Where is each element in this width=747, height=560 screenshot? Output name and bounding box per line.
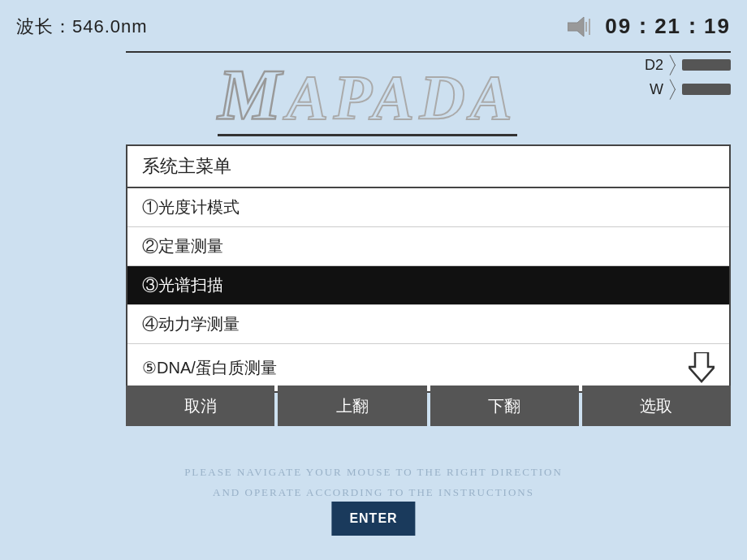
- scroll-up-button[interactable]: 上翻: [278, 386, 426, 426]
- lamp-d2-arrows: ╲ ╱: [670, 55, 676, 75]
- speaker-icon[interactable]: [568, 15, 595, 38]
- scroll-down-button[interactable]: 下翻: [430, 386, 579, 426]
- svg-marker-0: [568, 17, 584, 37]
- watermark-line1: PLEASE NAVIGATE YOUR MOUSE TO THE RIGHT …: [0, 466, 747, 479]
- menu-item-3-label: ③光谱扫描: [142, 276, 223, 294]
- lamp-indicators: D2 ╲ ╱ W ╲ ╱: [641, 55, 731, 99]
- enter-button-wrapper: ENTER: [331, 502, 415, 536]
- enter-button[interactable]: ENTER: [331, 502, 415, 536]
- logo-area: MAPADA: [126, 53, 609, 142]
- logo-apada: APADA: [286, 62, 516, 132]
- lamp-d2-row: D2 ╲ ╱: [641, 55, 731, 75]
- logo-m: M: [218, 55, 286, 134]
- wavelength-label: 波长：: [16, 16, 72, 37]
- menu-title: 系统主菜单: [127, 146, 729, 188]
- bottom-buttons: 取消 上翻 下翻 选取: [126, 386, 731, 426]
- menu-item-2-label: ②定量测量: [142, 237, 223, 255]
- menu-item-1-label: ①光度计模式: [142, 198, 240, 216]
- top-right-area: 09：21：19: [568, 12, 731, 41]
- menu-items-list: ①光度计模式 ②定量测量 ③光谱扫描 ④动力学测量 ⑤DNA/蛋白质测量: [127, 188, 729, 391]
- menu-item-5-label: ⑤DNA/蛋白质测量: [142, 357, 277, 379]
- svg-rect-1: [585, 22, 587, 32]
- watermark-line2: AND OPERATE ACCORDING TO THE INSTRUCTION…: [0, 486, 747, 499]
- svg-marker-3: [689, 352, 715, 381]
- lamp-w-arrows: ╲ ╱: [670, 80, 676, 99]
- menu-item-4[interactable]: ④动力学测量: [127, 305, 729, 344]
- down-arrow-icon: [689, 352, 715, 383]
- wavelength-display: 波长：546.0nm: [16, 15, 148, 39]
- lamp-w-label: W: [641, 81, 663, 98]
- cancel-button[interactable]: 取消: [126, 386, 274, 426]
- wavelength-value: 546.0nm: [72, 16, 148, 37]
- menu-item-1[interactable]: ①光度计模式: [127, 188, 729, 227]
- svg-rect-2: [589, 19, 590, 35]
- menu-item-5[interactable]: ⑤DNA/蛋白质测量: [127, 344, 729, 391]
- lamp-w-bar: [682, 84, 731, 95]
- top-bar: 波长：546.0nm 09：21：19: [0, 0, 747, 53]
- select-button[interactable]: 选取: [582, 386, 731, 426]
- menu-item-2[interactable]: ②定量测量: [127, 227, 729, 266]
- lamp-w-row: W ╲ ╱: [641, 80, 731, 99]
- menu-item-4-label: ④动力学测量: [142, 315, 240, 333]
- lamp-d2-bar: [682, 59, 731, 71]
- lamp-d2-label: D2: [641, 57, 663, 74]
- logo-text: MAPADA: [218, 59, 517, 131]
- menu-item-3[interactable]: ③光谱扫描: [127, 266, 729, 305]
- time-display: 09：21：19: [605, 12, 731, 41]
- logo-underline: [218, 134, 517, 136]
- main-menu: 系统主菜单 ①光度计模式 ②定量测量 ③光谱扫描 ④动力学测量 ⑤DNA/蛋白质…: [126, 144, 731, 393]
